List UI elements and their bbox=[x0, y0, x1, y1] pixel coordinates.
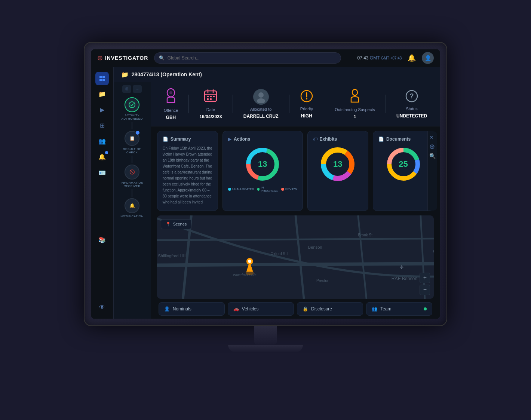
svg-rect-0 bbox=[99, 76, 102, 78]
search-bar[interactable]: 🔍 bbox=[154, 52, 341, 64]
svg-point-6 bbox=[169, 91, 172, 94]
sidebar-item-home[interactable] bbox=[95, 72, 109, 85]
timeline-prev-btn[interactable]: ⊞ bbox=[122, 85, 131, 93]
tab-vehicles[interactable]: 🚗 Vehicles bbox=[228, 302, 294, 316]
timeline-item-notif: 🔔 NOTIFICATION bbox=[115, 198, 149, 218]
actions-title: Actions bbox=[234, 137, 250, 142]
nav-right: 07:43 GMT GMT +07:43 🔔 👤 bbox=[357, 52, 434, 64]
allocated-label: Allocated to bbox=[250, 107, 271, 111]
info-cards-row: Offence GBH Date bbox=[151, 82, 440, 126]
timeline-item-activity: ACTIVITY AUTHORISED bbox=[115, 97, 149, 120]
top-navigation: ⊕ INVESTIGATOR 🔍 07:43 GMT GMT +07:43 🔔 … bbox=[91, 49, 440, 67]
svg-rect-14 bbox=[207, 98, 209, 100]
status-value: UNDETECTED bbox=[396, 113, 427, 119]
allocated-avatar bbox=[253, 89, 269, 105]
info-card-priority: Priority HIGH bbox=[300, 89, 313, 119]
actions-value: 13 bbox=[258, 159, 267, 169]
sidebar-item-folder[interactable]: 📁 bbox=[95, 88, 109, 101]
pin-icon: 📍 bbox=[166, 222, 171, 227]
documents-title: Documents bbox=[386, 137, 411, 142]
timeline-connector-1 bbox=[132, 122, 132, 129]
priority-value: HIGH bbox=[301, 113, 312, 119]
svg-point-21 bbox=[352, 89, 357, 95]
sidebar-item-bell[interactable]: 🔔 bbox=[95, 150, 109, 164]
suspects-label: Outstanding Suspects bbox=[335, 107, 375, 112]
actions-header: ▶ Actions bbox=[228, 137, 297, 142]
divider-2 bbox=[233, 95, 233, 113]
inner-layout: ⊞ → ACTIVITY AUTHORISED bbox=[114, 82, 440, 319]
svg-text:Preston: Preston bbox=[316, 279, 329, 283]
tool-close[interactable]: ✕ bbox=[429, 134, 436, 140]
svg-text:✈: ✈ bbox=[400, 264, 404, 270]
timeline-node-notif[interactable]: 🔔 bbox=[125, 198, 139, 213]
summary-header: 📄 Summary bbox=[163, 137, 212, 142]
scenes-label: Scenes bbox=[173, 222, 187, 226]
timeline-item-info: 🚫 INFORMATION RECEIVED bbox=[115, 165, 149, 188]
priority-label: Priority bbox=[300, 107, 313, 111]
tool-add[interactable]: ⊕ bbox=[429, 142, 436, 151]
svg-text:Clay Ln: Clay Ln bbox=[433, 249, 434, 254]
sidebar-item-eye[interactable]: 👁 bbox=[95, 301, 109, 314]
info-card-date: Date 16/04/2023 bbox=[199, 89, 222, 119]
exhibits-widget: 🏷 Exhibits bbox=[307, 131, 368, 211]
timeline-node-activity[interactable] bbox=[125, 97, 139, 112]
actions-legend: UNALLOCATED IN PROGRESS REVIEW bbox=[228, 186, 297, 193]
folder-icon: 📁 bbox=[121, 71, 129, 78]
summary-text: On Friday 15th April 2023, the victim Ha… bbox=[163, 145, 212, 205]
widgets-row: 📄 Summary On Friday 15th April 2023, the… bbox=[151, 126, 440, 215]
priority-icon bbox=[300, 89, 313, 104]
timeline-label-notif: NOTIFICATION bbox=[120, 215, 144, 218]
disclosure-label: Disclosure bbox=[311, 306, 332, 312]
monitor-stand-base bbox=[228, 345, 303, 352]
documents-widget: 📄 Documents bbox=[373, 131, 434, 211]
timeline-label-info: INFORMATION RECEIVED bbox=[117, 181, 147, 188]
search-icon: 🔍 bbox=[159, 55, 165, 61]
notification-bell[interactable]: 🔔 bbox=[408, 54, 416, 62]
svg-rect-11 bbox=[207, 96, 209, 97]
timeline-item-result: 📋 RESULT OF CHECK bbox=[115, 131, 149, 154]
svg-rect-1 bbox=[102, 76, 105, 78]
timeline-next-btn[interactable]: → bbox=[133, 85, 142, 93]
exhibits-icon: 🏷 bbox=[313, 137, 317, 142]
info-card-allocated: Allocated to DARRELL CRUZ bbox=[243, 89, 279, 119]
timeline-node-result[interactable]: 📋 bbox=[125, 131, 139, 146]
svg-text:Brook St: Brook St bbox=[358, 233, 372, 237]
sidebar-item-grid[interactable]: ⊞ bbox=[95, 119, 109, 132]
summary-icon: 📄 bbox=[163, 137, 168, 142]
tab-disclosure[interactable]: 🔒 Disclosure bbox=[297, 302, 363, 316]
suspects-icon bbox=[349, 89, 360, 105]
status-label: Status bbox=[406, 107, 418, 111]
scenes-button[interactable]: 📍 Scenes bbox=[161, 219, 192, 229]
svg-rect-2 bbox=[99, 79, 102, 81]
svg-rect-12 bbox=[210, 96, 212, 97]
timeline-node-info[interactable]: 🚫 bbox=[125, 165, 139, 180]
sidebar-item-book[interactable]: 📚 bbox=[95, 233, 109, 247]
info-card-offence: Offence GBH bbox=[164, 88, 178, 120]
tab-team[interactable]: 👥 Team bbox=[366, 302, 432, 316]
sidebar-item-id[interactable]: 🪪 bbox=[95, 166, 109, 180]
zoom-controls: + − bbox=[420, 273, 430, 295]
actions-widget: ▶ Actions bbox=[222, 131, 303, 211]
svg-rect-15 bbox=[210, 98, 212, 100]
sidebar-item-users[interactable]: 👥 bbox=[95, 135, 109, 148]
nominals-label: Nominals bbox=[173, 306, 191, 312]
breadcrumb-text: 2804774/13 (Operation Kent) bbox=[132, 71, 202, 77]
bottom-tabs: 👤 Nominals 🚗 Vehicles 🔒 bbox=[151, 299, 440, 319]
sidebar-item-play[interactable]: ▶ bbox=[95, 103, 109, 117]
team-icon: 👥 bbox=[372, 306, 377, 312]
user-avatar[interactable]: 👤 bbox=[422, 52, 434, 64]
tool-search[interactable]: 🔍 bbox=[429, 153, 436, 159]
svg-text:?: ? bbox=[410, 92, 414, 100]
map-section: Shillingford Hill Rush Court Oxford Rd B… bbox=[157, 215, 434, 299]
search-input[interactable] bbox=[168, 55, 336, 61]
timeline-label-activity: ACTIVITY AUTHORISED bbox=[117, 114, 147, 120]
main-screen: ⊕ INVESTIGATOR 🔍 07:43 GMT GMT +07:43 🔔 … bbox=[91, 49, 440, 319]
divider-1 bbox=[188, 95, 189, 113]
exhibits-title: Exhibits bbox=[320, 137, 337, 142]
svg-rect-38 bbox=[157, 215, 434, 299]
offence-value: GBH bbox=[166, 115, 176, 120]
team-label: Team bbox=[380, 306, 391, 312]
tab-nominals[interactable]: 👤 Nominals bbox=[159, 302, 225, 316]
zoom-out-btn[interactable]: − bbox=[420, 285, 430, 295]
zoom-in-btn[interactable]: + bbox=[420, 273, 430, 283]
